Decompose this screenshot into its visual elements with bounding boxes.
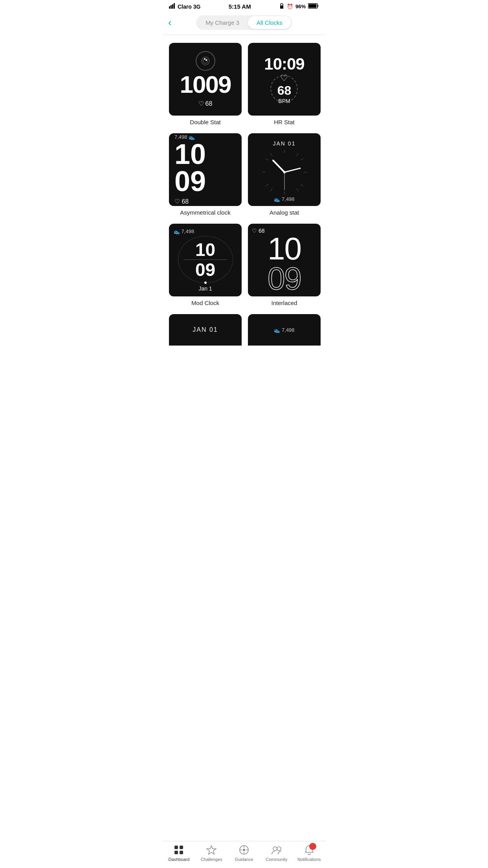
svg-line-21 xyxy=(301,184,303,186)
clock-face-analog: JAN 01 xyxy=(248,133,321,206)
header: ‹ My Charge 3 All Clocks xyxy=(163,11,325,35)
ds-time: 1009 xyxy=(180,72,231,97)
svg-line-19 xyxy=(297,153,298,156)
svg-line-20 xyxy=(301,158,303,160)
svg-point-8 xyxy=(203,59,208,63)
asym-min: 09 xyxy=(174,168,236,195)
lock-icon xyxy=(279,3,284,10)
svg-line-15 xyxy=(271,153,272,156)
analog-steps: 👟 7,498 xyxy=(248,196,321,202)
mod-circle: 10 09 xyxy=(178,236,233,283)
hrs-circle: ♡ 68 BPM xyxy=(270,75,298,103)
clock-face-interlaced: ♡68 10 09 xyxy=(248,224,321,296)
status-time: 5:15 AM xyxy=(229,3,251,10)
clock-item-interlaced[interactable]: ♡68 10 09 Interlaced xyxy=(248,224,321,306)
clock-item-asymmetrical[interactable]: 7,498 👟 10 09 ♡ 68 Asymmetrical clock xyxy=(169,133,242,216)
mod-hour: 10 xyxy=(195,241,215,259)
clock-label-analog: Analog stat xyxy=(270,209,299,216)
network-label: 3G xyxy=(193,4,201,10)
clock-face-mod: 👟 7,498 10 09 Jan 1 xyxy=(169,224,242,296)
carrier-label: Claro xyxy=(178,4,192,10)
mod-steps: 👟 7,498 xyxy=(174,228,194,234)
int-min: 09 xyxy=(268,264,301,294)
svg-line-24 xyxy=(284,168,300,172)
status-bar: Claro 3G 5:15 AM ⏰ 96% xyxy=(163,0,325,11)
svg-line-18 xyxy=(271,188,272,191)
tab-group: My Charge 3 All Clocks xyxy=(196,15,292,30)
svg-line-16 xyxy=(266,158,268,160)
tab-all-clocks[interactable]: All Clocks xyxy=(248,16,291,29)
battery-icon xyxy=(308,3,319,10)
clock-item-hr-stat[interactable]: 10:09 ♡ 68 BPM HR Stat xyxy=(248,43,321,125)
ds-activity-ring xyxy=(196,51,215,71)
partial-clock-left[interactable]: JAN 01 xyxy=(169,314,242,346)
clock-face-double-stat: 1009 ♡68 xyxy=(169,43,242,116)
ds-hr: ♡68 xyxy=(180,100,231,107)
svg-point-26 xyxy=(283,171,286,173)
svg-point-10 xyxy=(205,59,207,61)
int-hour: 10 xyxy=(268,234,301,264)
back-button[interactable]: ‹ xyxy=(168,17,172,29)
clock-label-interlaced: Interlaced xyxy=(272,300,297,306)
asym-hr: ♡ 68 xyxy=(174,198,236,205)
partial-clock-right[interactable]: 👟 7,498 xyxy=(248,314,321,346)
hrs-time: 10:09 xyxy=(264,55,304,74)
mod-date: Jan 1 xyxy=(198,285,212,292)
svg-point-9 xyxy=(204,58,205,60)
mod-min: 09 xyxy=(195,261,215,279)
svg-rect-4 xyxy=(280,6,283,9)
clock-label-asymmetrical: Asymmetrical clock xyxy=(180,209,230,216)
svg-line-23 xyxy=(273,160,284,172)
svg-line-17 xyxy=(266,184,268,186)
partial-steps-text: 👟 7,498 xyxy=(274,327,294,333)
clock-item-mod[interactable]: 👟 7,498 10 09 Jan 1 Mod Clock xyxy=(169,224,242,306)
svg-point-7 xyxy=(202,57,209,65)
tab-my-charge[interactable]: My Charge 3 xyxy=(197,16,248,29)
clock-item-double-stat[interactable]: 1009 ♡68 Double Stat xyxy=(169,43,242,125)
svg-rect-6 xyxy=(308,4,316,8)
clock-item-analog[interactable]: JAN 01 xyxy=(248,133,321,216)
partial-face-right: 👟 7,498 xyxy=(248,314,321,346)
svg-rect-2 xyxy=(172,4,173,9)
partial-clocks-row: JAN 01 👟 7,498 xyxy=(163,314,325,377)
partial-face-left: JAN 01 xyxy=(169,314,242,346)
svg-rect-1 xyxy=(171,5,172,9)
battery-label: 96% xyxy=(295,4,306,9)
alarm-icon: ⏰ xyxy=(287,4,293,9)
svg-rect-3 xyxy=(174,3,175,9)
analog-date: JAN 01 xyxy=(248,136,321,147)
clock-label-double-stat: Double Stat xyxy=(190,119,220,125)
svg-line-22 xyxy=(297,188,298,191)
clock-face-hr-stat: 10:09 ♡ 68 BPM xyxy=(248,43,321,116)
clock-face-asymmetrical: 7,498 👟 10 09 ♡ 68 xyxy=(169,133,242,206)
int-hr-row: ♡68 xyxy=(252,228,265,234)
partial-date-text: JAN 01 xyxy=(193,326,218,333)
status-right: ⏰ 96% xyxy=(279,3,319,10)
svg-rect-0 xyxy=(169,6,170,9)
clock-grid: 1009 ♡68 Double Stat 10:09 ♡ 68 BPM xyxy=(163,35,325,314)
asym-hour: 10 xyxy=(174,141,236,167)
clock-label-mod: Mod Clock xyxy=(191,300,219,306)
signal-icon xyxy=(169,3,176,10)
clock-label-hr-stat: HR Stat xyxy=(274,119,295,125)
analog-clock-svg xyxy=(259,147,310,198)
status-left: Claro 3G xyxy=(169,3,200,10)
